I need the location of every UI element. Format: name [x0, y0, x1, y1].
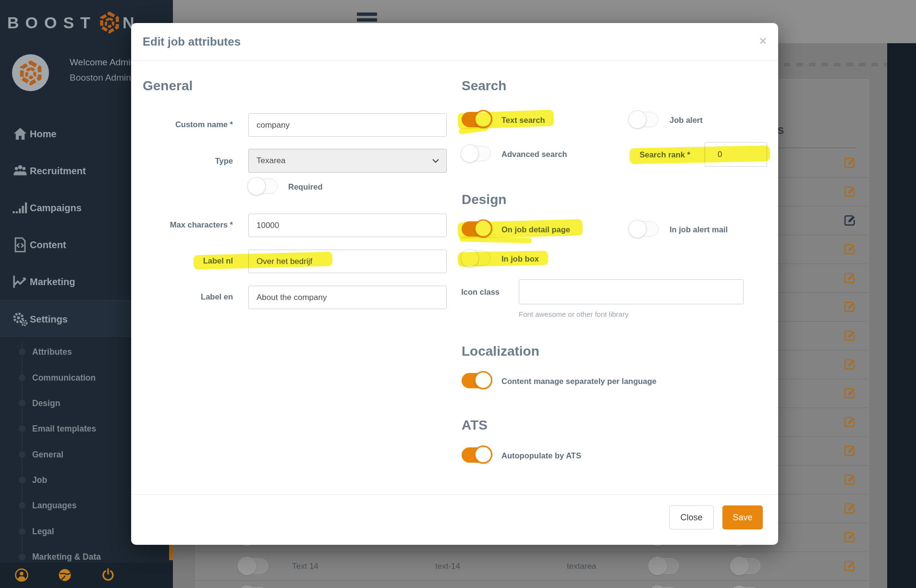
- edit-icon[interactable]: [843, 530, 856, 544]
- highlight-in-job-box: [458, 251, 548, 266]
- bullet-icon: [19, 502, 25, 509]
- bullet-icon: [19, 400, 25, 407]
- edit-icon[interactable]: [843, 185, 856, 198]
- card-title-partial: s: [777, 122, 784, 137]
- edit-icon[interactable]: [843, 386, 856, 400]
- welcome-line1: Welcome Admin: [70, 57, 135, 68]
- icon-class-label: Icon class: [400, 288, 500, 297]
- bullet-icon: [19, 553, 25, 560]
- content-manage-toggle[interactable]: [462, 373, 491, 388]
- row-toggle[interactable]: [649, 558, 679, 574]
- right-dark-strip: [887, 43, 916, 588]
- type-select-value: Texarea: [256, 156, 285, 166]
- globe-icon[interactable]: [58, 568, 72, 582]
- custom-name-input[interactable]: [248, 113, 447, 137]
- edit-icon[interactable]: [843, 502, 856, 515]
- modal-footer-divider: [131, 494, 778, 495]
- table-row: Text 14text-14textarea: [195, 552, 868, 581]
- user-circle-icon[interactable]: [14, 568, 29, 582]
- toggle-knob: [628, 110, 647, 129]
- max-characters-input[interactable]: [248, 214, 447, 237]
- toggle-knob: [474, 445, 492, 464]
- edit-icon[interactable]: [843, 415, 856, 429]
- in-job-alert-mail-label: In job alert mail: [670, 221, 728, 238]
- sidebar-scrollbar-thumb[interactable]: [169, 544, 173, 560]
- close-button[interactable]: Close: [669, 505, 714, 529]
- bars-chart-icon: [12, 200, 28, 216]
- bullet-icon: [19, 374, 25, 381]
- toggle-knob: [461, 144, 479, 163]
- gears-icon: [12, 311, 28, 327]
- search-heading: Search: [462, 78, 506, 94]
- job-alert-label: Job alert: [670, 112, 703, 128]
- home-icon: [12, 126, 28, 142]
- edit-icon[interactable]: [843, 358, 856, 371]
- logo-text-prefix: BOOST: [7, 13, 97, 32]
- row-name: text-14: [435, 562, 460, 571]
- toggle-knob: [730, 557, 748, 575]
- sidebar-bottom-bar: [0, 563, 173, 588]
- general-heading: General: [143, 78, 193, 94]
- icon-class-input[interactable]: [519, 279, 744, 304]
- in-job-alert-mail-toggle[interactable]: [629, 221, 659, 237]
- custom-name-label: Custom name *: [131, 120, 233, 129]
- row-label: Text 14: [292, 562, 318, 571]
- type-label: Type: [131, 156, 233, 166]
- autopopulate-toggle[interactable]: [462, 447, 491, 463]
- power-icon[interactable]: [101, 568, 115, 582]
- job-alert-toggle[interactable]: [629, 112, 659, 127]
- max-characters-label: Max characters *: [131, 220, 233, 229]
- table-row: Text 15text-15textarea: [195, 581, 868, 588]
- toggle-knob: [648, 586, 667, 588]
- people-icon: [12, 163, 28, 179]
- bullet-icon: [19, 528, 25, 535]
- edit-icon[interactable]: [843, 214, 856, 227]
- avatar[interactable]: [12, 54, 49, 91]
- edit-icon[interactable]: [843, 156, 856, 169]
- booston-logo[interactable]: BOOST N: [7, 12, 140, 34]
- toggle-knob: [474, 371, 492, 389]
- toggle-knob: [238, 586, 256, 588]
- row-type: textarea: [567, 562, 596, 571]
- design-heading: Design: [462, 192, 506, 207]
- avatar-hexagon-icon: [18, 60, 43, 85]
- icon-class-helper: Font awesome or other font library: [519, 310, 628, 318]
- edit-icon[interactable]: [843, 444, 856, 457]
- edit-icon[interactable]: [843, 271, 856, 285]
- edit-job-attributes-modal: Edit job attributes × General Custom nam…: [131, 23, 778, 545]
- edit-icon[interactable]: [843, 329, 856, 342]
- file-code-icon: [12, 237, 28, 253]
- modal-title: Edit job attributes: [143, 23, 241, 60]
- row-toggle[interactable]: [731, 558, 760, 574]
- autopopulate-label: Autopopulate by ATS: [501, 447, 581, 464]
- hamburger-icon[interactable]: [357, 18, 377, 22]
- row-toggle[interactable]: [239, 558, 268, 574]
- toggle-knob: [648, 557, 667, 575]
- edit-icon[interactable]: [843, 242, 856, 256]
- save-button[interactable]: Save: [722, 505, 763, 529]
- advanced-search-label: Advanced search: [501, 146, 567, 162]
- required-toggle[interactable]: [248, 179, 278, 194]
- advanced-search-toggle[interactable]: [462, 146, 491, 161]
- localization-heading: Localization: [462, 344, 539, 359]
- content-manage-label: Content manage separately per language: [501, 373, 657, 389]
- toggle-knob: [247, 177, 266, 195]
- edit-icon[interactable]: [843, 300, 856, 313]
- modal-header-divider: [131, 60, 778, 61]
- toggle-knob: [238, 557, 256, 575]
- chevron-down-icon: [432, 157, 440, 165]
- bullet-icon: [19, 477, 25, 483]
- bullet-icon: [19, 348, 25, 355]
- breadcrumb: [784, 63, 887, 66]
- ats-heading: ATS: [462, 418, 488, 433]
- highlight-search-rank: [630, 145, 770, 164]
- label-en-label: Label en: [131, 292, 233, 301]
- highlight-on-job-detail: [458, 219, 583, 239]
- hamburger-icon[interactable]: [357, 12, 377, 16]
- type-select[interactable]: Texarea: [248, 149, 447, 173]
- close-icon[interactable]: ×: [759, 35, 767, 47]
- edit-icon[interactable]: [843, 559, 856, 573]
- edit-icon[interactable]: [843, 473, 856, 486]
- screen: s Text 14text-14textareaText 15text-15te…: [0, 0, 916, 588]
- toggle-knob: [628, 220, 647, 238]
